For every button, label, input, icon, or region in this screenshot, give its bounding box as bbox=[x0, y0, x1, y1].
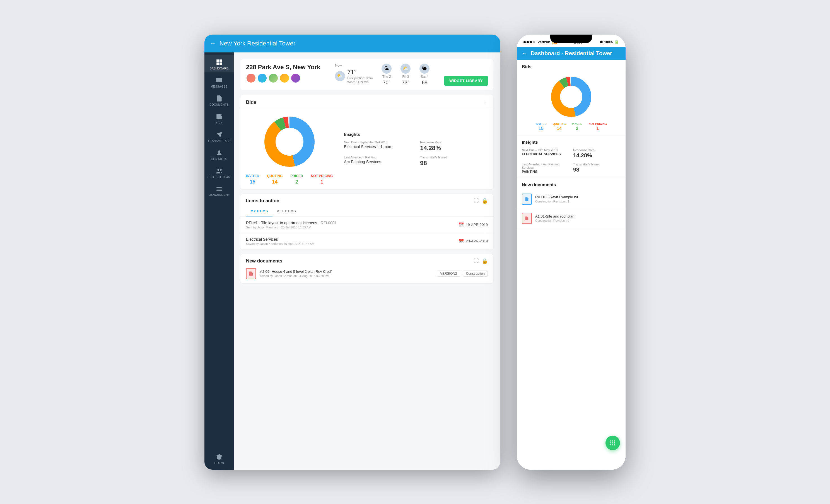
sidebar-item-management[interactable]: MANAGEMENT bbox=[204, 182, 234, 199]
action-item-rfi: RFI #1 - Tile layout to apartment kitche… bbox=[241, 217, 493, 233]
phone-legend-invited-label: INVITED bbox=[536, 122, 546, 126]
legend-priced-label: PRICED bbox=[290, 174, 303, 178]
phone-doc-pdf: A1.01-Site and roof plan Construction Re… bbox=[517, 209, 626, 228]
sidebar-project-team-label: PROJECT TEAM bbox=[208, 176, 231, 179]
phone-doc-pdf-sub: Construction Revision : 0 bbox=[535, 219, 574, 222]
bids-card-header: Bids ⋮ bbox=[241, 95, 493, 109]
insight-transmittals: Transmittal's Issued 98 bbox=[420, 156, 488, 167]
phone-status-right: ✱ 100% 🔋 bbox=[600, 40, 619, 44]
phone-notch bbox=[550, 35, 592, 43]
phone-insight-last-awarded-label: Last Awarded - Arc Painting Services bbox=[522, 163, 569, 169]
insight-next-due: Next Due - September 3rd 2018 Electrical… bbox=[344, 140, 412, 152]
action-card: Items to action ⛶ 🔒 MY ITEMS ALL ITEMS R… bbox=[241, 194, 493, 250]
svg-point-28 bbox=[612, 444, 613, 445]
phone-legend-invited: INVITED 15 bbox=[536, 122, 546, 131]
sidebar-item-bids[interactable]: BIDS bbox=[204, 109, 234, 127]
action-item-electrical-date-text: 23-APR-2019 bbox=[466, 239, 488, 243]
phone-legend-quoting-label: QUOTING bbox=[553, 122, 566, 126]
doc-item: A2.09- House 4 and 5 level 2 plan Rev C.… bbox=[241, 264, 493, 283]
legend-not-pricing-value: 1 bbox=[320, 179, 323, 185]
sidebar-item-messages[interactable]: MESSAGES bbox=[204, 73, 234, 90]
insights-grid: Next Due - September 3rd 2018 Electrical… bbox=[344, 140, 488, 167]
sidebar-item-learn[interactable]: LEARN bbox=[204, 450, 234, 467]
bids-legend: INVITED 15 QUOTING 14 PRICED 2 bbox=[246, 174, 333, 185]
tablet-back-button[interactable]: ← bbox=[210, 40, 216, 47]
action-title: Items to action bbox=[246, 198, 280, 203]
doc-sub: Added by Jason Kamha on 24-Aug-2018 03:2… bbox=[260, 274, 433, 278]
phone-back-button[interactable]: ← bbox=[522, 50, 528, 57]
action-tabs: MY ITEMS ALL ITEMS bbox=[241, 207, 493, 217]
phone-insight-transmittals-label: Transmittal's Issued bbox=[573, 163, 620, 166]
lock-icon[interactable]: 🔒 bbox=[482, 198, 488, 204]
svg-point-6 bbox=[217, 169, 219, 171]
sidebar-item-dashboard[interactable]: DASHBOARD bbox=[204, 55, 234, 72]
sidebar-learn-label: LEARN bbox=[214, 462, 224, 465]
tab-my-items[interactable]: MY ITEMS bbox=[246, 207, 273, 216]
weather-wind: Wind: 11.2km/h bbox=[347, 80, 373, 84]
legend-quoting-value: 14 bbox=[272, 179, 278, 185]
widget-library-button[interactable]: WIDGET LIBRARY bbox=[444, 76, 488, 86]
avatar-row bbox=[246, 73, 320, 83]
svg-rect-3 bbox=[220, 62, 222, 65]
svg-point-24 bbox=[610, 442, 611, 443]
weather-day-temp-sat: 68 bbox=[422, 80, 427, 86]
phone-insight-next-due-label: Next Due - 13th May 2019 bbox=[522, 148, 569, 152]
tablet-device: ← New York Residential Tower DASHBOARD M… bbox=[204, 35, 500, 470]
phone-donut-chart bbox=[517, 72, 626, 119]
phone-device: Verizon 📶 1:57 ✱ 100% 🔋 ← Dashboard - Re… bbox=[517, 35, 626, 470]
phone-app-header: ← Dashboard - Residential Tower bbox=[517, 47, 626, 60]
insight-response-rate: Response Rate 14.28% bbox=[420, 140, 488, 152]
expand-icon[interactable]: ⛶ bbox=[474, 198, 479, 204]
legend-not-pricing-label: NOT PRICING bbox=[311, 174, 333, 178]
svg-rect-0 bbox=[216, 59, 219, 62]
sidebar-documents-label: DOCUMENTS bbox=[210, 103, 229, 106]
sidebar-dashboard-label: DASHBOARD bbox=[210, 67, 229, 70]
documents-icons: ⛶ 🔒 bbox=[474, 258, 488, 264]
battery-text: 100% bbox=[604, 40, 613, 44]
expand-doc-icon[interactable]: ⛶ bbox=[474, 258, 479, 264]
bluetooth-icon: ✱ bbox=[600, 40, 603, 44]
lock-doc-icon[interactable]: 🔒 bbox=[482, 258, 488, 264]
phone-legend-not-pricing-label: NOT PRICING bbox=[588, 122, 607, 126]
action-item-electrical-sub: Saved by Jason Kamha on 10-Apr-2018 11:4… bbox=[246, 242, 314, 246]
doc-name: A2.09- House 4 and 5 level 2 plan Rev C.… bbox=[260, 270, 433, 274]
sidebar-item-project-team[interactable]: PROJECT TEAM bbox=[204, 164, 234, 181]
tab-all-items[interactable]: ALL ITEMS bbox=[273, 207, 300, 216]
phone-doc-rvt-name: RVT100-Revit Example.rvt bbox=[535, 195, 578, 199]
phone-legend-quoting: QUOTING 14 bbox=[553, 122, 566, 131]
svg-rect-1 bbox=[220, 59, 222, 62]
legend-invited-value: 15 bbox=[250, 179, 255, 185]
bids-insights: Insights Next Due - September 3rd 2018 E… bbox=[344, 132, 488, 167]
action-icons: ⛶ 🔒 bbox=[474, 198, 488, 204]
weather-day-thu: 🌤 Thu 2 70° bbox=[382, 64, 391, 86]
sidebar-item-documents[interactable]: DOCUMENTS bbox=[204, 92, 234, 108]
action-item-electrical-title: Electrical Services bbox=[246, 237, 314, 242]
sidebar-item-transmittals[interactable]: TRANSMITTALS bbox=[204, 128, 234, 145]
bids-donut-chart bbox=[262, 114, 317, 169]
weather-section: Now ⛅ 71° Precipitation: 0mm Wind: 11.2k… bbox=[335, 64, 429, 86]
top-bar-left: 228 Park Ave S, New York bbox=[246, 64, 320, 83]
avatar bbox=[291, 73, 301, 83]
svg-point-5 bbox=[218, 150, 220, 153]
calendar-icon: 📅 bbox=[459, 222, 464, 227]
svg-rect-4 bbox=[216, 78, 222, 82]
svg-rect-2 bbox=[216, 62, 219, 65]
sidebar-item-contacts[interactable]: CONTACTS bbox=[204, 146, 234, 163]
action-item-rfi-title: RFI #1 - Tile layout to apartment kitche… bbox=[246, 221, 337, 225]
insight-last-awarded: Last Awarded - Painting Arc Painting Ser… bbox=[344, 156, 412, 167]
phone-body: Bids INVITED 15 QUOTING 14 PRICED bbox=[517, 60, 626, 470]
carrier-text: Verizon bbox=[537, 40, 550, 44]
phone-insights: Insights Next Due - 13th May 2019 ELECTR… bbox=[517, 136, 626, 178]
phone-bids-legend: INVITED 15 QUOTING 14 PRICED 2 NOT PRICI… bbox=[517, 119, 626, 136]
phone-documents: New documents RVT100-Revit Example.rvt C… bbox=[517, 178, 626, 228]
insight-response-rate-value: 14.28% bbox=[420, 145, 488, 152]
address-text: 228 Park Ave S, New York bbox=[246, 64, 320, 71]
bids-chart-area: INVITED 15 QUOTING 14 PRICED 2 bbox=[246, 114, 488, 185]
doc-badges: VERSION2 Construction bbox=[437, 271, 488, 277]
phone-fab-button[interactable] bbox=[605, 436, 620, 450]
top-bar: 228 Park Ave S, New York Now ⛅ bbox=[241, 59, 493, 90]
insight-next-due-label: Next Due - September 3rd 2018 bbox=[344, 140, 412, 144]
phone-doc-pdf-name: A1.01-Site and roof plan bbox=[535, 214, 574, 218]
signal-dot-4 bbox=[533, 41, 535, 43]
bids-menu-button[interactable]: ⋮ bbox=[482, 99, 488, 106]
